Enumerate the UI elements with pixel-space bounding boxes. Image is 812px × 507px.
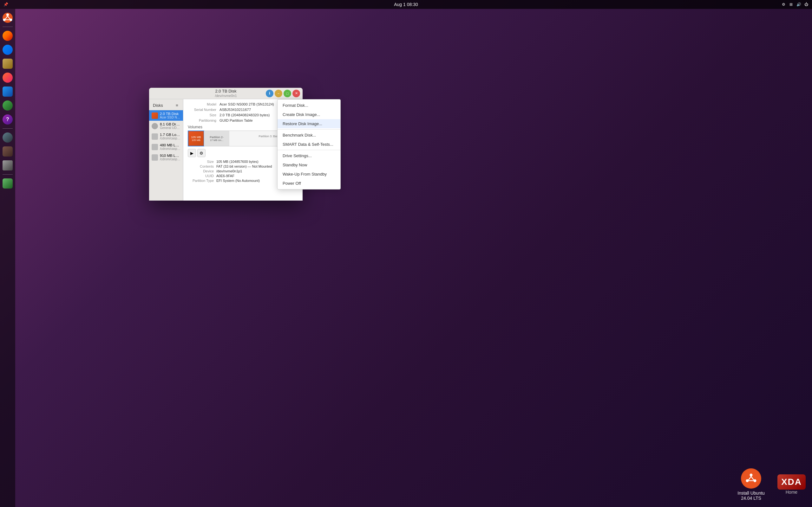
- bottom-right: Install Ubuntu24.04 LTS XDA Home: [738, 468, 806, 501]
- disk-item-8gb[interactable]: 8.1 GB Drive General UDisk: [149, 121, 183, 131]
- dock-item-software[interactable]: [1, 99, 14, 112]
- menu-item-drive-settings[interactable]: Drive Settings...: [277, 151, 340, 160]
- partition-seg-1[interactable]: 105 MB 105 MB: [188, 131, 204, 146]
- disk-icon-ssd: [152, 112, 158, 119]
- disk-icon-usb: [152, 123, 158, 129]
- dock-item-help[interactable]: ?: [1, 113, 14, 126]
- top-bar: 📌 Aug 1 08:30 ⚙ ⊞ 🔊 ⏻: [0, 0, 812, 9]
- partition-2-top: Partition 2-: [210, 135, 223, 139]
- menu-separator-1: [277, 129, 340, 130]
- vol-contents-value: FAT (32-bit version) — Not Mounted: [216, 164, 272, 168]
- menu-item-format-disk[interactable]: Format Disk...: [277, 101, 340, 110]
- vol-uuid-label: UUID: [188, 174, 216, 178]
- disk-item-info-loop3: 910 MB Loop Device /cdrom/caspe-...live.…: [160, 154, 181, 161]
- xda-text: XDA: [781, 477, 802, 487]
- vol-device-label: Device: [188, 169, 216, 173]
- dock-item-ubuntu[interactable]: [1, 11, 14, 24]
- partition-1-top: 105 MB: [191, 135, 201, 139]
- info-button[interactable]: ℹ: [266, 90, 273, 97]
- window-title-main: 2.0 TB Disk: [215, 89, 237, 94]
- dock-separator-2: [3, 128, 13, 129]
- power-icon[interactable]: ⏻: [804, 2, 809, 7]
- dock-item-firefox[interactable]: [1, 30, 14, 42]
- rhythmbox-icon: [3, 72, 13, 83]
- vol-contents-label: Contents: [188, 164, 216, 168]
- partitioning-label: Partitioning: [188, 118, 219, 122]
- sidebar-title: Disks: [153, 103, 163, 108]
- close-button[interactable]: ✕: [293, 90, 300, 97]
- model-label: Model: [188, 102, 219, 106]
- install-ubuntu[interactable]: Install Ubuntu24.04 LTS: [738, 468, 765, 501]
- left-dock: ?: [0, 9, 15, 507]
- file-manager-icon: [3, 147, 13, 157]
- disk-item-name-loop2: 480 MB Loop Device: [160, 143, 181, 147]
- vol-size-label: Size: [188, 160, 216, 164]
- size-label: Size: [188, 113, 219, 117]
- window-title-sub: /dev/nvme0n1: [215, 94, 237, 98]
- dock-item-disks[interactable]: [1, 131, 14, 144]
- minimize-button[interactable]: −: [275, 90, 282, 97]
- vol-partition-type-label: Partition Type: [188, 179, 216, 182]
- settings-icon[interactable]: ⚙: [781, 2, 786, 7]
- serial-label: Serial Number: [188, 108, 219, 112]
- play-button[interactable]: ▶: [188, 149, 196, 157]
- trash-icon: [3, 178, 13, 188]
- disk-item-info-2tb: 2.0 TB Disk Acer SSD NS000 2TB: [160, 112, 181, 119]
- window-controls: ℹ − □ ✕: [266, 90, 300, 97]
- disk-icon-loop1: [152, 133, 158, 140]
- partition-seg-2[interactable]: Partition 2- 17 MB Un...: [204, 131, 229, 146]
- dock-item-ssd[interactable]: [1, 159, 14, 172]
- settings-gear-button[interactable]: ⚙: [197, 149, 206, 157]
- dock-separator-3: [3, 174, 13, 175]
- firefox-icon: [3, 31, 13, 41]
- disk-item-sub-loop1: /cdrom/caspe-...imal.squashfs: [160, 136, 181, 140]
- xda-logo[interactable]: XDA Home: [777, 474, 806, 495]
- disk-item-loop3[interactable]: 910 MB Loop Device /cdrom/caspe-...live.…: [149, 152, 183, 163]
- dock-item-rhythmbox[interactable]: [1, 71, 14, 84]
- disk-item-info-8gb: 8.1 GB Drive General UDisk: [160, 122, 181, 130]
- dock-item-files[interactable]: [1, 57, 14, 70]
- disk-item-name-loop1: 1.7 GB Loop Device: [160, 133, 181, 136]
- thunderbird-icon: [3, 45, 13, 55]
- menu-item-restore-disk-image[interactable]: Restore Disk Image...: [277, 119, 340, 128]
- window-titlebar: 2.0 TB Disk /dev/nvme0n1 ℹ − □ ✕ Format …: [149, 88, 303, 99]
- maximize-button[interactable]: □: [284, 90, 291, 97]
- install-ubuntu-label: Install Ubuntu24.04 LTS: [738, 491, 765, 501]
- disk-item-info-loop2: 480 MB Loop Device /cdrom/caspe-... ard.…: [160, 143, 181, 151]
- vol-size-value: 105 MB (104857600 bytes): [216, 160, 258, 164]
- sidebar-header: Disks ≡: [149, 101, 183, 110]
- disk-item-sub-loop3: /cdrom/caspe-...live.squashfs: [160, 158, 181, 161]
- menu-item-benchmark-disk[interactable]: Benchmark Disk...: [277, 130, 340, 140]
- files-icon: [3, 59, 13, 69]
- datetime-label: Aug 1 08:30: [394, 2, 418, 7]
- xda-home-label: Home: [786, 490, 798, 495]
- disk-item-loop2[interactable]: 480 MB Loop Device /cdrom/caspe-... ard.…: [149, 142, 183, 152]
- dropdown-menu: Format Disk... Create Disk Image... Rest…: [277, 99, 341, 189]
- dock-item-thunderbird[interactable]: [1, 43, 14, 56]
- menu-item-create-disk-image[interactable]: Create Disk Image...: [277, 110, 340, 119]
- svg-point-3: [750, 474, 753, 476]
- disk-item-sub-8gb: General UDisk: [160, 126, 181, 130]
- disk-item-loop1[interactable]: 1.7 GB Loop Device /cdrom/caspe-...imal.…: [149, 131, 183, 142]
- dock-item-file-manager[interactable]: [1, 145, 14, 158]
- menu-separator-2: [277, 150, 340, 150]
- disk-item-2tb[interactable]: 2.0 TB Disk Acer SSD NS000 2TB: [149, 110, 183, 121]
- dock-item-trash[interactable]: [1, 177, 14, 190]
- menu-item-power-off[interactable]: Power Off: [277, 179, 340, 188]
- pin-icon: 📌: [3, 2, 8, 7]
- disk-icon-loop3: [152, 154, 158, 161]
- svg-point-0: [6, 13, 9, 16]
- disks-app-icon: [3, 132, 13, 143]
- sidebar-menu-button[interactable]: ≡: [173, 102, 181, 109]
- disk-item-name-loop3: 910 MB Loop Device: [160, 154, 181, 158]
- dock-item-libreoffice[interactable]: [1, 85, 14, 98]
- libreoffice-icon: [3, 87, 13, 97]
- top-bar-left: 📌: [3, 2, 8, 7]
- volume-icon[interactable]: 🔊: [796, 2, 801, 7]
- menu-item-standby-now[interactable]: Standby Now: [277, 160, 340, 170]
- vol-partition-type-value: EFI System (No Automount): [216, 179, 260, 182]
- menu-item-smart-data[interactable]: SMART Data & Self-Tests...: [277, 140, 340, 149]
- network-icon[interactable]: ⊞: [789, 2, 794, 7]
- menu-item-wakeup-standby[interactable]: Wake-Up From Standby: [277, 170, 340, 179]
- disk-item-info-loop1: 1.7 GB Loop Device /cdrom/caspe-...imal.…: [160, 133, 181, 140]
